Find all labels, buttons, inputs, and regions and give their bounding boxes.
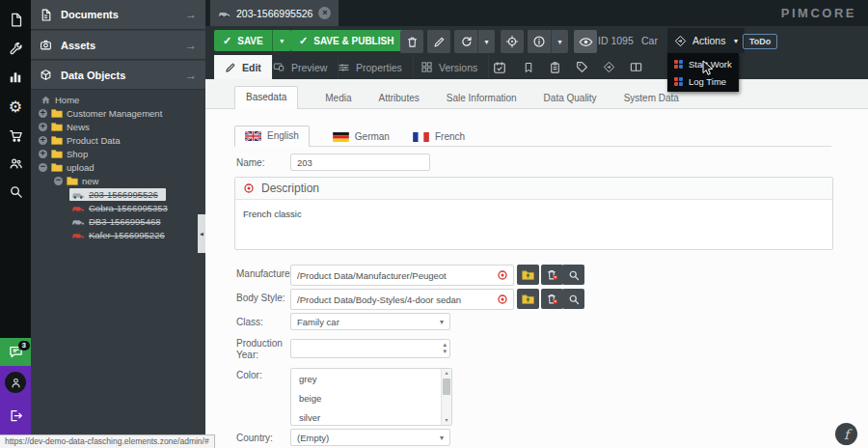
delete-button[interactable] (400, 30, 423, 53)
manufacturer-input[interactable] (291, 270, 497, 281)
arrow-right-icon[interactable] (185, 69, 197, 82)
spin-up-icon[interactable]: ▴ (443, 341, 447, 348)
menu-item-start-work[interactable]: Start Work (667, 55, 739, 72)
reload-button[interactable] (454, 30, 477, 53)
collapse-minus-icon[interactable] (54, 177, 63, 185)
scroll-down-icon[interactable] (442, 416, 451, 425)
color-option-grey[interactable]: grey (291, 369, 451, 388)
locate-in-tree-button[interactable] (501, 30, 524, 53)
logout-icon[interactable] (0, 402, 31, 429)
accordion-documents[interactable]: Documents (31, 0, 205, 30)
tab-language-french[interactable]: French (413, 131, 465, 147)
relation-target-icon (497, 294, 508, 305)
spin-down-icon[interactable]: ▾ (443, 348, 447, 354)
production-year-spinner[interactable]: ▴▾ (290, 339, 450, 358)
tab-language-english[interactable]: English (234, 126, 310, 147)
tree-item-upload[interactable]: upload (31, 160, 205, 174)
info-button[interactable] (528, 30, 551, 53)
pimcore-logo: PIMCORE (781, 6, 856, 20)
arrow-right-icon[interactable] (185, 8, 197, 21)
country-select[interactable]: (Empty) (290, 429, 450, 446)
expand-plus-icon[interactable] (39, 109, 47, 118)
description-panel-header[interactable]: Description (235, 178, 832, 200)
trash-icon (406, 36, 419, 48)
body-style-remove-button[interactable] (541, 289, 563, 309)
status-url-bar: https://dev-demo-data-cfasching.elements… (0, 434, 215, 448)
manufacturer-search-button[interactable] (562, 265, 584, 285)
tree-item-home[interactable]: Home (31, 93, 205, 106)
scroll-up-icon[interactable] (442, 369, 451, 378)
scroll-thumb[interactable] (443, 378, 450, 395)
bookmark-icon[interactable] (520, 59, 536, 75)
color-option-silver[interactable]: silver (291, 407, 451, 426)
body-style-search-button[interactable] (562, 289, 584, 309)
class-select[interactable]: Family car (290, 313, 450, 330)
tree-item-customer-management[interactable]: Customer Management (31, 106, 205, 120)
tree-collapse-handle[interactable] (198, 214, 205, 253)
color-option-beige[interactable]: beige (291, 388, 451, 407)
tab-sale-information[interactable]: Sale Information (447, 93, 517, 109)
editor-tab-strip: Basedata Media Attributes Sale Informati… (234, 87, 679, 109)
accordion-data-objects[interactable]: Data Objects (31, 61, 205, 90)
close-tab-icon[interactable] (318, 7, 331, 19)
search-icon[interactable] (0, 178, 31, 205)
tab-attributes[interactable]: Attributes (379, 93, 420, 109)
file-icon[interactable] (0, 6, 31, 33)
save-dropdown-caret[interactable] (272, 30, 291, 51)
object-editor: Basedata Media Attributes Sale Informati… (205, 79, 868, 448)
customers-users-icon[interactable] (0, 150, 31, 177)
split-columns-icon[interactable] (628, 59, 644, 75)
tab-data-quality[interactable]: Data Quality (544, 93, 597, 109)
todo-status-badge[interactable]: ToDo (743, 34, 777, 49)
tree-item-shop[interactable]: Shop (31, 147, 205, 160)
open-object-tab[interactable]: 203-1566995526 (210, 0, 339, 26)
reload-button-group (454, 30, 495, 53)
menu-item-log-time[interactable]: Log Time (667, 72, 739, 90)
tree-item-product-data[interactable]: Product Data (31, 133, 205, 147)
color-list-scrollbar[interactable] (441, 369, 451, 425)
description-text[interactable]: French classic (235, 200, 832, 228)
expand-plus-icon[interactable] (39, 150, 47, 158)
expand-plus-icon[interactable] (39, 136, 47, 145)
clipboard-notes-icon[interactable] (547, 59, 563, 75)
tree-item-db3[interactable]: DB3-1566995468 (31, 214, 205, 228)
tree-item-new[interactable]: new (31, 174, 205, 187)
expand-plus-icon[interactable] (39, 123, 47, 131)
tab-language-german[interactable]: German (333, 131, 390, 147)
tab-system-data[interactable]: System Data (624, 93, 679, 109)
settings-gear-icon[interactable]: ⚙ (0, 93, 31, 120)
reports-chart-icon[interactable] (0, 64, 31, 91)
notifications-chat-icon[interactable]: 3 (0, 338, 31, 366)
tag-icon[interactable] (574, 59, 590, 75)
info-dropdown-caret[interactable] (551, 30, 568, 53)
schedule-calendar-icon[interactable] (491, 59, 507, 75)
tab-media[interactable]: Media (325, 93, 351, 109)
collapse-minus-icon[interactable] (39, 163, 47, 172)
car-icon (71, 190, 85, 199)
body-style-open-folder-button[interactable] (517, 289, 539, 309)
body-style-input[interactable] (291, 294, 497, 305)
user-avatar[interactable] (5, 372, 26, 393)
tree-item-kafer[interactable]: Kafer-1566995226 (31, 228, 205, 241)
name-input[interactable] (290, 154, 430, 171)
tree-item-news[interactable]: News (31, 120, 205, 133)
accordion-assets[interactable]: Assets (31, 31, 205, 60)
save-button[interactable]: SAVE (214, 30, 291, 51)
tab-versions[interactable]: Versions (410, 55, 489, 79)
preview-eye-button[interactable] (574, 30, 597, 53)
script-f-floating-button[interactable] (835, 423, 857, 445)
tab-properties[interactable]: Properties (327, 55, 414, 79)
arrow-right-icon[interactable] (185, 39, 197, 52)
tree-item-cobra[interactable]: Cobra-1566995353 (31, 201, 205, 214)
tools-wrench-icon[interactable] (0, 35, 31, 62)
reload-dropdown-caret[interactable] (477, 30, 495, 53)
ecommerce-cart-icon[interactable] (0, 122, 31, 149)
manufacturer-remove-button[interactable] (541, 265, 563, 285)
workflow-diamond-icon[interactable] (601, 59, 617, 75)
manufacturer-open-folder-button[interactable] (517, 265, 539, 285)
tree-item-203-selected[interactable]: 203-1566995526 (31, 187, 205, 201)
tab-basedata[interactable]: Basedata (234, 86, 298, 109)
rename-button[interactable] (427, 30, 450, 53)
localized-field-target-icon (243, 182, 255, 194)
actions-button[interactable]: Actions (667, 28, 745, 53)
